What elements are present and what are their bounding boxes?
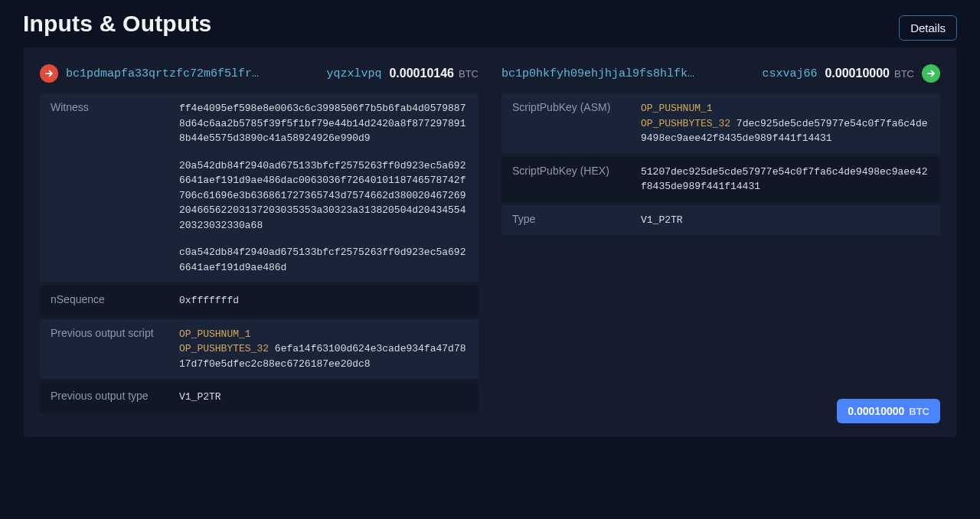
page-title: Inputs & Outputs	[23, 11, 212, 37]
nsequence-row: nSequence 0xfffffffd	[40, 286, 479, 316]
input-address-link[interactable]: bc1pdmapfa33qrtzfc72m6f5lfr…	[66, 67, 322, 80]
input-amount-unit: BTC	[459, 68, 479, 80]
output-address-link[interactable]: bc1p0hkfyh09ehjhjal9fs8hlfk…	[501, 67, 757, 80]
total-output-badge: 0.00010000 BTC	[837, 399, 940, 423]
nsequence-value: 0xfffffffd	[179, 293, 468, 308]
prev-script-value: OP_PUSHNUM_1 OP_PUSHBYTES_32 6efa14f6310…	[179, 327, 468, 372]
prev-script-label: Previous output script	[51, 327, 179, 372]
prev-script-row: Previous output script OP_PUSHNUM_1 OP_P…	[40, 319, 479, 380]
input-column: bc1pdmapfa33qrtzfc72m6f5lfr… yqzxlvpq 0.…	[40, 64, 479, 416]
witness-row: Witness ff4e4095ef598e8e0063c6c3998506f7…	[40, 93, 479, 282]
spk-asm-row: ScriptPubKey (ASM) OP_PUSHNUM_1 OP_PUSHB…	[501, 93, 940, 154]
output-arrow-icon	[922, 64, 940, 83]
io-body: bc1pdmapfa33qrtzfc72m6f5lfr… yqzxlvpq 0.…	[23, 47, 957, 437]
prev-type-label: Previous output type	[51, 390, 179, 405]
output-column: bc1p0hkfyh09ehjhjal9fs8hlfk… csxvaj66 0.…	[501, 64, 940, 416]
output-amount-unit: BTC	[894, 68, 914, 80]
output-address-row: bc1p0hkfyh09ehjhjal9fs8hlfk… csxvaj66 0.…	[501, 64, 940, 83]
output-amount: 0.00010000 BTC	[825, 67, 914, 80]
witness-label: Witness	[51, 101, 179, 275]
spk-asm-op2: OP_PUSHBYTES_32	[641, 118, 730, 129]
spk-hex-value: 51207dec925de5cde57977e54c0f7fa6c4de9498…	[641, 165, 929, 194]
witness-value: ff4e4095ef598e8e0063c6c3998506f7b5b6fab4…	[179, 101, 468, 275]
input-amount-value: 0.00010146	[389, 67, 454, 80]
spk-asm-value: OP_PUSHNUM_1 OP_PUSHBYTES_32 7dec925de5c…	[641, 101, 929, 146]
input-arrow-icon	[40, 64, 58, 83]
spk-asm-label: ScriptPubKey (ASM)	[512, 101, 641, 146]
details-button[interactable]: Details	[899, 15, 957, 41]
type-label: Type	[512, 213, 641, 228]
witness-block-0: ff4e4095ef598e8e0063c6c3998506f7b5b6fab4…	[179, 101, 468, 146]
type-value: V1_P2TR	[641, 213, 929, 228]
input-fields: Witness ff4e4095ef598e8e0063c6c3998506f7…	[40, 93, 479, 413]
page-header: Inputs & Outputs Details	[23, 8, 957, 47]
spk-hex-row: ScriptPubKey (HEX) 51207dec925de5cde5797…	[501, 157, 940, 202]
output-address-suffix: csxvaj66	[762, 67, 817, 80]
type-row: Type V1_P2TR	[501, 205, 940, 236]
spk-asm-op1: OP_PUSHNUM_1	[641, 103, 713, 114]
inputs-outputs-page: Inputs & Outputs Details bc1pdmapfa33qrt…	[0, 0, 980, 460]
input-address-suffix: yqzxlvpq	[326, 67, 381, 80]
output-fields: ScriptPubKey (ASM) OP_PUSHNUM_1 OP_PUSHB…	[501, 93, 940, 235]
nsequence-label: nSequence	[51, 293, 179, 308]
input-amount: 0.00010146 BTC	[389, 67, 479, 80]
prev-type-value: V1_P2TR	[179, 390, 468, 405]
witness-block-1: 20a542db84f2940ad675133bfcf2575263ff0d92…	[179, 158, 468, 233]
output-amount-value: 0.00010000	[825, 67, 890, 80]
prev-type-row: Previous output type V1_P2TR	[40, 382, 479, 413]
prev-script-op2: OP_PUSHBYTES_32	[179, 343, 269, 354]
input-address-row: bc1pdmapfa33qrtzfc72m6f5lfr… yqzxlvpq 0.…	[40, 64, 479, 83]
spk-hex-label: ScriptPubKey (HEX)	[512, 165, 641, 194]
total-amount: 0.00010000	[848, 405, 904, 417]
prev-script-op1: OP_PUSHNUM_1	[179, 328, 251, 340]
total-unit: BTC	[909, 406, 929, 417]
witness-block-2: c0a542db84f2940ad675133bfcf2575263ff0d92…	[179, 245, 468, 275]
